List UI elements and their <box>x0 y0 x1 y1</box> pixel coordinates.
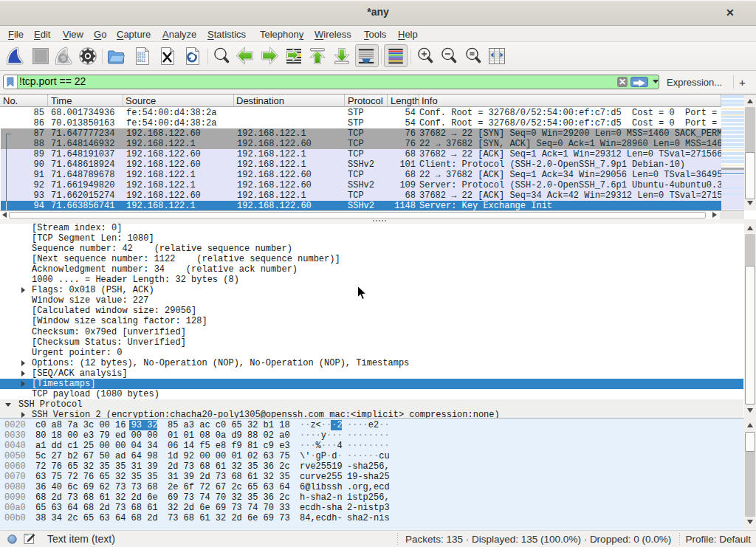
svg-text:0011: 0011 <box>137 59 145 63</box>
